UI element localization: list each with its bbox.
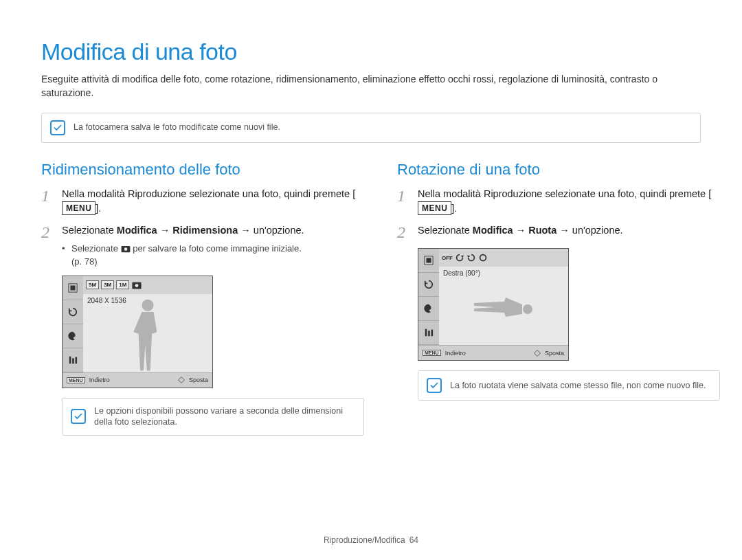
size-option: 3M xyxy=(101,280,114,289)
adjust-icon xyxy=(418,321,439,345)
move-label: Sposta xyxy=(189,377,208,383)
svg-rect-12 xyxy=(425,329,427,337)
page-reference: (p. 78) xyxy=(62,255,304,269)
cam-footer: MENU Indietro Sposta xyxy=(418,345,568,360)
page-title: Modifica di una foto xyxy=(41,38,701,65)
step2-text-a: Selezionate xyxy=(62,225,117,236)
step-number: 1 xyxy=(41,187,55,217)
right-step-1: 1 Nella modalità Riproduzione selezionat… xyxy=(397,187,720,217)
step1-text-b: ]. xyxy=(95,203,101,214)
menu-badge: MENU xyxy=(423,350,441,356)
note-text: La fotocamera salva le foto modificate c… xyxy=(74,122,280,133)
step2-bold-2: Ruota xyxy=(528,225,556,236)
resize-icon xyxy=(418,249,439,273)
left-step-1: 1 Nella modalità Riproduzione selezionat… xyxy=(41,187,364,217)
back-label: Indietro xyxy=(89,377,110,383)
startup-image-icon xyxy=(131,281,142,289)
back-label: Indietro xyxy=(445,350,466,357)
rotate-icon xyxy=(63,300,83,324)
off-icon: OFF xyxy=(442,255,453,261)
svg-rect-4 xyxy=(69,356,71,363)
palette-icon xyxy=(418,297,439,321)
right-column: Rotazione di una foto 1 Nella modalità R… xyxy=(397,161,720,454)
step1-text-a: Nella modalità Riproduzione selezionate … xyxy=(418,188,711,199)
left-bottom-note: Le opzioni disponibili possono variare a… xyxy=(62,398,364,436)
left-camera-screenshot: 5M 3M 1M 2048 X 1536 MENU Indietro xyxy=(62,276,213,388)
step-number: 2 xyxy=(41,223,55,268)
menu-button-label: MENU xyxy=(62,201,95,215)
resize-icon xyxy=(63,276,83,300)
size-option: 5M xyxy=(86,280,99,289)
cam-footer: MENU Indietro Sposta xyxy=(63,372,212,388)
step1-text-b: ]. xyxy=(451,203,457,214)
svg-point-9 xyxy=(142,299,153,311)
top-note-box: La fotocamera salva le foto modificate c… xyxy=(41,113,701,143)
svg-rect-3 xyxy=(71,285,76,290)
svg-rect-14 xyxy=(431,330,434,337)
menu-badge: MENU xyxy=(67,377,85,383)
rotate-180-icon xyxy=(478,253,488,262)
bullet-b: per salvare la foto come immagine inizia… xyxy=(131,243,302,254)
svg-point-8 xyxy=(135,284,139,287)
size-option: 1M xyxy=(116,280,129,289)
step2-bold-1: Modifica xyxy=(473,225,513,236)
svg-rect-13 xyxy=(428,331,430,337)
bullet-a: Selezionate xyxy=(71,243,121,254)
svg-rect-5 xyxy=(72,358,74,363)
cam-toprow: OFF xyxy=(439,249,568,267)
dpad-icon xyxy=(178,377,185,383)
svg-point-1 xyxy=(124,247,127,251)
step2-bold-1: Modifica xyxy=(117,225,157,236)
right-camera-screenshot: OFF Destra (90°) MENU Indietro xyxy=(418,248,569,361)
step-number: 2 xyxy=(397,223,411,241)
cam-sidebar xyxy=(63,276,83,372)
note-icon xyxy=(71,409,86,424)
svg-rect-6 xyxy=(76,357,78,363)
cam-sidebar xyxy=(418,249,439,345)
step-number: 1 xyxy=(397,187,411,217)
rotate-icon xyxy=(418,273,439,297)
person-silhouette-rotated xyxy=(462,295,545,323)
footer-page-number: 64 xyxy=(409,535,418,545)
step1-text-a: Nella modalità Riproduzione selezionate … xyxy=(62,188,355,199)
sub-bullet: Selezionate per salvare la foto come imm… xyxy=(62,243,304,255)
step2-text-e: → un'opzione. xyxy=(556,225,622,236)
right-heading: Rotazione di una foto xyxy=(397,161,720,179)
startup-image-icon xyxy=(121,245,131,253)
rotate-left-icon xyxy=(466,253,476,262)
step2-text-a: Selezionate xyxy=(418,225,473,236)
right-step-2: 2 Selezionate Modifica → Ruota → un'opzi… xyxy=(397,223,720,241)
note-text: La foto ruotata viene salvata come stess… xyxy=(450,380,706,392)
note-text: Le opzioni disponibili possono variare a… xyxy=(94,405,355,429)
palette-icon xyxy=(63,324,83,348)
svg-point-15 xyxy=(523,304,532,314)
cam-rotate-label: Destra (90°) xyxy=(443,269,480,277)
menu-button-label: MENU xyxy=(418,201,451,215)
left-step-2: 2 Selezionate Modifica → Ridimensiona → … xyxy=(41,223,364,268)
move-label: Sposta xyxy=(545,350,564,357)
arrow: → xyxy=(157,225,173,236)
person-silhouette xyxy=(127,297,168,372)
cam-resolution-label: 2048 X 1536 xyxy=(87,297,126,304)
note-icon xyxy=(50,120,65,135)
left-column: Ridimensionamento delle foto 1 Nella mod… xyxy=(41,161,364,454)
right-bottom-note: La foto ruotata viene salvata come stess… xyxy=(418,370,720,401)
intro-paragraph: Eseguite attività di modifica delle foto… xyxy=(41,72,701,100)
cam-toprow: 5M 3M 1M xyxy=(83,276,212,294)
dpad-icon xyxy=(534,350,541,357)
left-heading: Ridimensionamento delle foto xyxy=(41,161,364,179)
step2-bold-2: Ridimensiona xyxy=(172,225,238,236)
step2-text-e: → un'opzione. xyxy=(238,225,304,236)
rotate-right-icon xyxy=(455,253,464,262)
arrow: → xyxy=(513,225,529,236)
footer-section: Riproduzione/Modifica xyxy=(324,535,405,545)
note-icon xyxy=(427,378,442,393)
svg-rect-11 xyxy=(427,258,431,263)
adjust-icon xyxy=(63,348,83,372)
page-footer: Riproduzione/Modifica64 xyxy=(0,535,742,545)
